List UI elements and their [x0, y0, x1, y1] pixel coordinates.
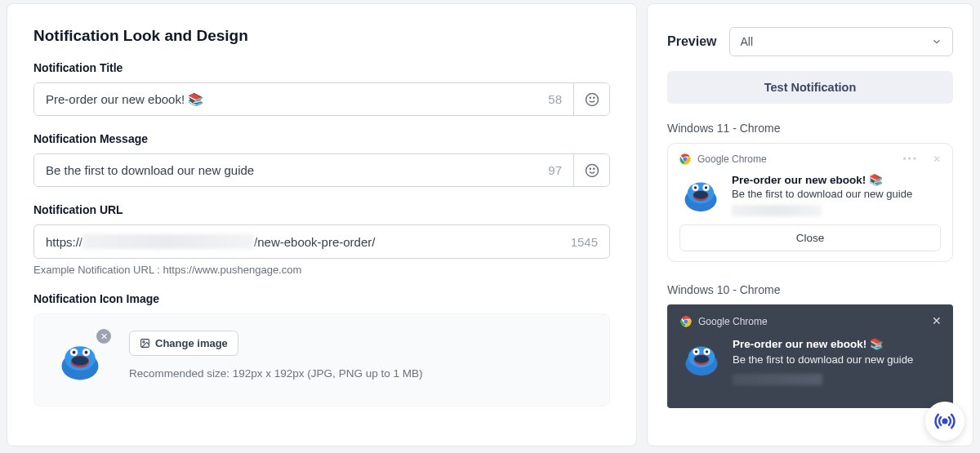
svg-point-15: [143, 341, 145, 343]
design-panel: Notification Look and Design Notificatio…: [7, 3, 637, 446]
svg-point-35: [706, 350, 708, 353]
notification-icon: [680, 337, 723, 380]
url-redacted: [82, 234, 254, 249]
title-field-group: Notification Title 58: [33, 61, 610, 116]
os-label-win10: Windows 10 - Chrome: [667, 283, 953, 296]
close-button[interactable]: Close: [679, 224, 941, 251]
svg-point-25: [705, 186, 707, 189]
preview-message: Be the first to download our new guide: [732, 188, 941, 200]
test-notification-button[interactable]: Test Notification: [667, 71, 953, 104]
message-input[interactable]: [34, 154, 537, 186]
svg-point-9: [72, 356, 89, 365]
svg-point-23: [694, 186, 697, 189]
more-icon[interactable]: •••: [902, 153, 918, 165]
notification-card-win11: Google Chrome ••• ✕ Pre-order our new eb…: [667, 143, 953, 262]
svg-point-36: [943, 420, 947, 424]
image-icon: [140, 338, 150, 349]
close-icon[interactable]: ✕: [933, 153, 941, 165]
svg-point-2: [593, 97, 594, 98]
message-input-row: 97: [33, 153, 610, 187]
message-counter: 97: [537, 154, 573, 186]
close-icon[interactable]: ✕: [932, 314, 942, 327]
browser-label: Google Chrome: [697, 153, 767, 165]
message-label: Notification Message: [33, 132, 610, 145]
notification-icon: [679, 173, 722, 215]
preview-select[interactable]: All: [729, 27, 953, 56]
svg-point-13: [85, 351, 88, 354]
preview-message: Be the first to download our new guide: [733, 353, 940, 366]
preview-select-value: All: [740, 35, 753, 48]
title-input[interactable]: [34, 83, 537, 115]
browser-label: Google Chrome: [698, 316, 768, 327]
remove-icon-button[interactable]: ✕: [96, 329, 111, 344]
preview-win11: Windows 11 - Chrome Google Chrome ••• ✕: [667, 122, 953, 262]
chrome-icon: [680, 316, 692, 327]
svg-point-3: [586, 164, 598, 176]
icon-field-group: Notification Icon Image ✕: [33, 292, 610, 406]
svg-point-5: [593, 168, 594, 169]
svg-point-1: [590, 97, 590, 98]
preview-panel: Preview All Test Notification Windows 11…: [647, 3, 973, 446]
floating-action-button[interactable]: [925, 402, 964, 441]
recommended-size-text: Recommended size: 192px x 192px (JPG, PN…: [129, 367, 596, 380]
emoji-picker-button[interactable]: [573, 83, 609, 115]
notification-card-win10: ✕ Google Chrome Pre-order our new ebook!…: [667, 304, 953, 408]
url-field-group: Notification URL https:// /new-ebook-pre…: [33, 203, 610, 276]
svg-point-11: [73, 351, 76, 354]
svg-point-33: [695, 350, 697, 353]
icon-preview: ✕: [47, 327, 113, 393]
url-prefix: https://: [46, 235, 82, 249]
svg-point-21: [693, 191, 708, 199]
mascot-icon: [56, 335, 105, 384]
svg-point-31: [694, 355, 709, 363]
url-example-text: Example Notification URL : https://www.p…: [33, 264, 610, 276]
url-label: Notification URL: [33, 203, 610, 216]
chevron-down-icon: [931, 36, 942, 47]
broadcast-icon: [934, 411, 956, 432]
chrome-icon: [679, 153, 691, 165]
svg-point-0: [586, 93, 598, 105]
preview-win10: Windows 10 - Chrome ✕ Google Chrome: [667, 283, 953, 408]
smile-icon: [585, 92, 599, 107]
url-input[interactable]: https:// /new-ebook-pre-order/ 1545: [33, 224, 610, 259]
preview-url-redacted: [732, 205, 822, 216]
preview-title: Pre-order our new ebook! 📚: [733, 337, 940, 350]
icon-label: Notification Icon Image: [33, 292, 610, 305]
title-counter: 58: [537, 83, 573, 115]
preview-heading: Preview: [667, 34, 716, 49]
title-label: Notification Title: [33, 61, 610, 74]
preview-url-redacted: [733, 374, 822, 385]
url-suffix: /new-ebook-pre-order/: [254, 235, 375, 249]
section-title: Notification Look and Design: [33, 27, 610, 45]
emoji-picker-button[interactable]: [573, 154, 609, 186]
os-label-win11: Windows 11 - Chrome: [667, 122, 953, 135]
preview-title: Pre-order our new ebook! 📚: [732, 173, 941, 186]
smile-icon: [585, 163, 599, 178]
change-image-label: Change image: [155, 337, 228, 349]
icon-upload-box: ✕ Change image Recommende: [33, 313, 610, 406]
svg-point-4: [590, 168, 590, 169]
url-counter: 1545: [559, 235, 609, 249]
title-input-row: 58: [33, 82, 610, 116]
change-image-button[interactable]: Change image: [129, 331, 238, 356]
message-field-group: Notification Message 97: [33, 132, 610, 187]
